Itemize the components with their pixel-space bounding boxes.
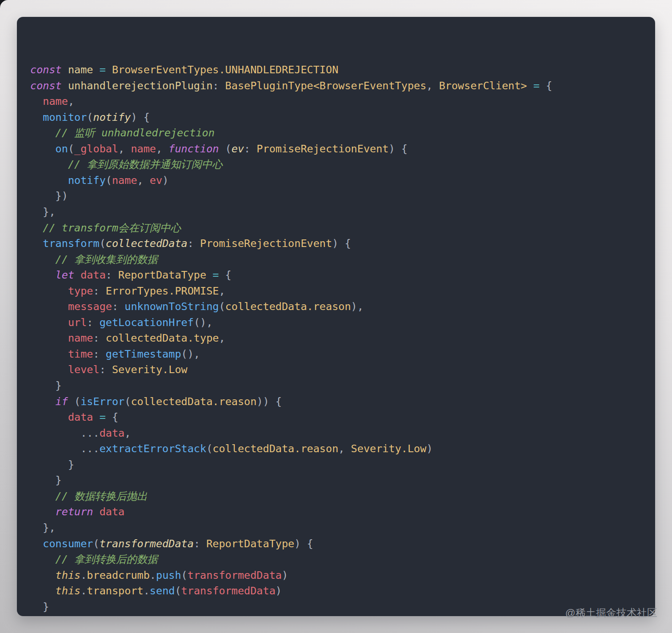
code-token-keyword: return xyxy=(30,506,100,518)
code-token-property: name xyxy=(30,95,68,107)
code-token-function: unknownToString xyxy=(124,300,219,313)
code-token-punctuation: ) xyxy=(162,174,168,187)
code-line: this.transport.send(transformedData) xyxy=(30,583,642,599)
code-token-punctuation: : xyxy=(112,300,124,313)
code-token-property: transformedData xyxy=(181,585,276,597)
code-token-function: on xyxy=(30,143,68,155)
code-token-punctuation: { xyxy=(106,411,118,423)
code-token-function: extractErrorStack xyxy=(100,442,207,455)
code-line: } xyxy=(30,378,642,394)
code-token-property: data xyxy=(100,506,125,518)
code-token-property: name xyxy=(30,332,93,344)
code-token-comment: // 监听 unhandledrejection xyxy=(30,127,215,139)
code-line: name, xyxy=(30,94,642,110)
code-token-property: name xyxy=(112,174,137,187)
code-token-keyword: let xyxy=(30,269,80,281)
code-line: notify(name, ev) xyxy=(30,173,642,189)
code-token-punctuation: } xyxy=(30,474,62,486)
code-token-keyword: const xyxy=(30,80,68,92)
code-token-operator: = xyxy=(212,269,219,281)
code-token-comment: // 拿到原始数据并通知订阅中心 xyxy=(30,158,223,171)
code-line: } xyxy=(30,615,642,616)
code-token-punctuation: { xyxy=(540,80,552,92)
code-token-punctuation: ( xyxy=(124,395,131,408)
code-token-type: BasePluginType<BrowserEventTypes xyxy=(225,80,427,92)
code-token-type: collectedData.reason xyxy=(225,300,351,313)
code-line: } xyxy=(30,457,642,473)
code-token-property: data xyxy=(100,427,125,439)
code-token-punctuation: : xyxy=(188,237,200,250)
code-token-property: type xyxy=(30,285,93,297)
code-token-operator: = xyxy=(100,64,106,76)
code-token-punctuation: , xyxy=(426,80,439,92)
code-line: data = { xyxy=(30,410,642,426)
code-token-punctuation: : xyxy=(87,316,99,329)
code-token-punctuation: , xyxy=(338,442,351,455)
code-token-punctuation: ) { xyxy=(388,143,407,155)
code-token-operator: = xyxy=(100,411,106,423)
code-line: }, xyxy=(30,520,642,536)
code-token-punctuation: . xyxy=(80,585,87,597)
code-token-keyword: if xyxy=(30,395,74,408)
code-token-keyword: function xyxy=(168,143,219,155)
code-line: message: unknownToString(collectedData.r… xyxy=(30,299,642,315)
code-token-punctuation xyxy=(206,269,212,281)
code-token-operator: = xyxy=(533,80,540,92)
code-line: ...extractErrorStack(collectedData.reaso… xyxy=(30,441,642,457)
code-token-punctuation: ( xyxy=(74,395,80,408)
code-token-type: transport xyxy=(87,585,143,597)
code-block: const name = BrowserEventTypes.UNHANDLED… xyxy=(17,17,655,616)
code-token-function: monitor xyxy=(30,111,87,123)
code-token-punctuation: : xyxy=(100,363,112,376)
code-token-punctuation: ... xyxy=(30,427,100,439)
code-line: const name = BrowserEventTypes.UNHANDLED… xyxy=(30,62,642,78)
code-token-variable: unhandlerejectionPlugin xyxy=(68,80,212,92)
code-token-punctuation: }, xyxy=(30,206,56,218)
code-token-parameter: transformedData xyxy=(100,537,194,550)
code-token-punctuation: ( xyxy=(68,143,74,155)
code-token-punctuation: , xyxy=(118,143,131,155)
code-token-type: collectedData.reason xyxy=(212,442,338,455)
code-token-property: message xyxy=(30,300,112,313)
code-token-type: PromiseRejectionEvent xyxy=(200,237,332,250)
code-token-property: ev xyxy=(150,174,162,187)
code-token-punctuation: } xyxy=(30,379,62,392)
code-token-punctuation: ) xyxy=(282,569,288,581)
code-token-punctuation: : xyxy=(106,269,118,281)
juejin-watermark: @稀土掘金技术社区 xyxy=(565,606,657,620)
code-token-punctuation: ( xyxy=(181,569,188,581)
code-line: // 监听 unhandledrejection xyxy=(30,125,642,141)
code-line: this.breadcrumb.push(transformedData) xyxy=(30,568,642,584)
code-token-comment: // 数据转换后抛出 xyxy=(30,490,148,502)
code-line: name: collectedData.type, xyxy=(30,330,642,346)
code-token-punctuation: , xyxy=(124,427,131,439)
code-token-type: Severity.Low xyxy=(112,363,188,376)
code-line: }) xyxy=(30,188,642,204)
code-token-type: BrowserEventTypes.UNHANDLEDREJECTION xyxy=(112,64,338,76)
code-token-punctuation: }, xyxy=(30,522,56,534)
code-token-type: BrowserClient> xyxy=(439,80,527,92)
code-token-comment: // 拿到转换后的数据 xyxy=(30,553,158,565)
code-token-punctuation: : xyxy=(212,80,225,92)
code-token-variable: name xyxy=(68,64,93,76)
code-token-comment: // transform会在订阅中心 xyxy=(30,222,181,234)
code-token-property: name xyxy=(131,143,156,155)
code-token-punctuation: : xyxy=(93,285,105,297)
code-token-punctuation: ( xyxy=(106,174,112,187)
code-token-punctuation: ) { xyxy=(294,537,313,550)
code-token-this: this xyxy=(30,585,80,597)
code-token-function: notify xyxy=(30,174,106,187)
code-token-punctuation xyxy=(527,80,533,92)
code-token-punctuation xyxy=(93,411,99,423)
code-token-property: data xyxy=(30,411,93,423)
code-line: } xyxy=(30,473,642,489)
code-token-punctuation: ) { xyxy=(131,111,149,123)
code-token-function: getLocationHref xyxy=(100,316,194,329)
code-token-punctuation: , xyxy=(68,95,74,107)
code-token-type: ErrorTypes.PROMISE xyxy=(106,285,219,297)
code-token-punctuation: : xyxy=(93,332,105,344)
code-line: transform(collectedData: PromiseRejectio… xyxy=(30,236,642,252)
code-token-property: url xyxy=(30,316,87,329)
code-token-type: PromiseRejectionEvent xyxy=(256,143,388,155)
code-token-punctuation: (), xyxy=(194,316,212,329)
